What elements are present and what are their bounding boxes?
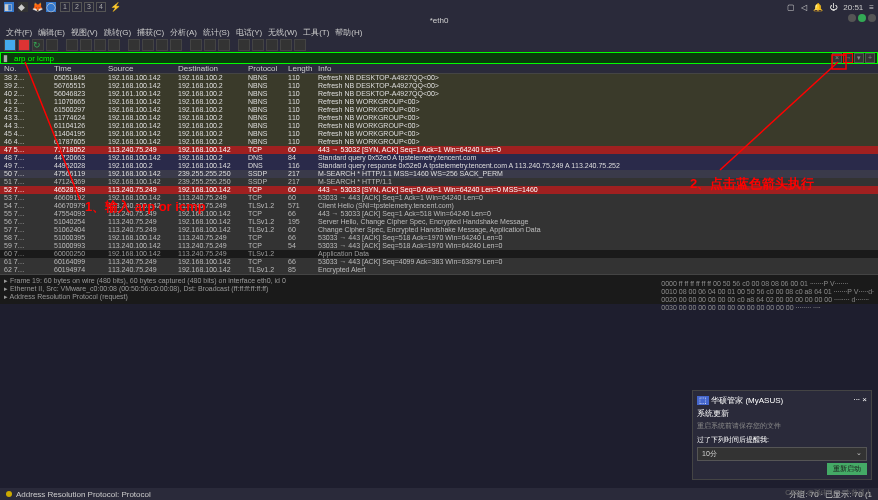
menu-edit[interactable]: 编辑(E): [36, 27, 67, 38]
volume-icon[interactable]: ◁: [801, 3, 807, 12]
filter-apply-icon[interactable]: →: [843, 53, 853, 63]
restart-capture-icon[interactable]: ↻: [32, 39, 44, 51]
packet-row[interactable]: 56 7…51040254113.240.75.249192.168.100.1…: [0, 218, 878, 226]
packet-row[interactable]: 51 7…47124369192.168.100.142239.255.255.…: [0, 178, 878, 186]
packet-row[interactable]: 40 2…56046823192.161.100.142192.168.100.…: [0, 90, 878, 98]
packet-row[interactable]: 41 2…11070665192.168.100.142192.168.100.…: [0, 98, 878, 106]
menu-capture[interactable]: 捕获(C): [135, 27, 166, 38]
filter-clear-icon[interactable]: ×: [832, 53, 842, 63]
hex-line: 0020 00 00 00 00 00 00 c0 a8 64 02 00 00…: [661, 296, 874, 304]
packet-row[interactable]: 45 4…11404195192.168.100.142192.168.100.…: [0, 130, 878, 138]
packet-row[interactable]: 52 7…46528789113.240.75.249192.168.100.1…: [0, 186, 878, 194]
packet-row[interactable]: 39 2…56765515192.168.100.142192.168.100.…: [0, 82, 878, 90]
popup-remind-select[interactable]: 10分 ⌄: [697, 447, 867, 461]
menu-file[interactable]: 文件(F): [4, 27, 34, 38]
close-file-icon[interactable]: [94, 39, 106, 51]
reload-icon[interactable]: [108, 39, 120, 51]
packet-row[interactable]: 44 3…61104126192.168.100.142192.168.100.…: [0, 122, 878, 130]
menu-stats[interactable]: 统计(S): [201, 27, 232, 38]
packet-list[interactable]: 38 2…05051845192.168.100.142192.168.100.…: [0, 74, 878, 274]
packet-row[interactable]: 55 7…47554093113.240.75.249192.168.100.1…: [0, 210, 878, 218]
packet-row[interactable]: 42 3…61500297192.168.100.142192.168.100.…: [0, 106, 878, 114]
zoom-reset-icon[interactable]: [280, 39, 292, 51]
status-indicator-icon: [6, 491, 12, 497]
close-button[interactable]: [868, 14, 876, 22]
desktop-3[interactable]: 3: [84, 2, 94, 12]
first-icon[interactable]: [190, 39, 202, 51]
col-no[interactable]: No.: [0, 64, 54, 73]
os-taskbar: ◧ ◆ 🦊 ◯ 1 2 3 4 ⚡ ▢ ◁ 🔔 ⏻ 20:51 ≡: [0, 0, 878, 14]
resize-cols-icon[interactable]: [294, 39, 306, 51]
app-icon-1[interactable]: ◧: [4, 2, 14, 12]
maximize-button[interactable]: [858, 14, 866, 22]
packet-row[interactable]: 47 5…71718052113.240.75.249192.168.100.1…: [0, 146, 878, 154]
find-icon[interactable]: [128, 39, 140, 51]
zoom-in-icon[interactable]: [252, 39, 264, 51]
goto-icon[interactable]: [170, 39, 182, 51]
packet-row[interactable]: 60 7…60000250192.168.100.142113.240.75.2…: [0, 250, 878, 258]
wireshark-task-icon[interactable]: ⚡: [110, 2, 120, 12]
popup-close-icon[interactable]: ×: [862, 395, 867, 404]
display-filter-input[interactable]: [10, 54, 832, 63]
col-info[interactable]: Info: [318, 64, 878, 73]
packet-row[interactable]: 59 7…51000993113.240.100.142113.240.75.2…: [0, 242, 878, 250]
start-capture-icon[interactable]: [4, 39, 16, 51]
filter-add-icon[interactable]: +: [865, 53, 875, 63]
popup-app-name: 华硕管家 (MyASUS): [711, 396, 783, 405]
packet-row[interactable]: 57 7…51062404113.240.75.249192.168.100.1…: [0, 226, 878, 234]
popup-more-icon[interactable]: ···: [853, 395, 860, 404]
menu-telephony[interactable]: 电话(Y): [234, 27, 265, 38]
hex-pane[interactable]: 0000 ff ff ff ff ff ff 00 50 56 c0 00 08…: [661, 280, 874, 312]
autoscroll-icon[interactable]: [218, 39, 230, 51]
prev-icon[interactable]: [142, 39, 154, 51]
col-protocol[interactable]: Protocol: [248, 64, 288, 73]
tray-icon[interactable]: ▢: [787, 3, 795, 12]
packet-row[interactable]: 50 7…47566119192.168.100.142239.255.255.…: [0, 170, 878, 178]
restart-button[interactable]: 重新启动: [827, 463, 867, 475]
packet-row[interactable]: 62 7…60194974113.240.75.249192.168.100.1…: [0, 266, 878, 274]
packet-headers: No. Time Source Destination Protocol Len…: [0, 64, 878, 74]
watermark: CSDN @孫中山 一个普通人: [785, 488, 872, 498]
menu-wireless[interactable]: 无线(W): [266, 27, 299, 38]
colorize-icon[interactable]: [238, 39, 250, 51]
save-icon[interactable]: [80, 39, 92, 51]
col-source[interactable]: Source: [108, 64, 178, 73]
myasus-popup: ⬚ 华硕管家 (MyASUS) ··· × 系统更新 重启系统前请保存您的文件 …: [692, 390, 872, 480]
zoom-out-icon[interactable]: [266, 39, 278, 51]
packet-row[interactable]: 38 2…05051845192.168.100.142192.168.100.…: [0, 74, 878, 82]
app-icon-4[interactable]: ◯: [46, 2, 56, 12]
col-time[interactable]: Time: [54, 64, 108, 73]
packet-row[interactable]: 49 7…44952028192.168.100.2192.168.100.14…: [0, 162, 878, 170]
desktop-1[interactable]: 1: [60, 2, 70, 12]
app-icon-2[interactable]: ◆: [18, 2, 28, 12]
filter-bar: ▮ × → ▾ +: [0, 52, 878, 64]
stop-capture-icon[interactable]: [18, 39, 30, 51]
desktop-4[interactable]: 4: [96, 2, 106, 12]
packet-row[interactable]: 46 4…61787605192.168.100.142192.168.100.…: [0, 138, 878, 146]
col-destination[interactable]: Destination: [178, 64, 248, 73]
notification-icon[interactable]: 🔔: [813, 3, 823, 12]
packet-row[interactable]: 53 7…46609192192.168.100.142113.240.75.2…: [0, 194, 878, 202]
last-icon[interactable]: [204, 39, 216, 51]
menu-analyze[interactable]: 分析(A): [168, 27, 199, 38]
app-icon-3[interactable]: 🦊: [32, 2, 42, 12]
next-icon[interactable]: [156, 39, 168, 51]
menu-help[interactable]: 帮助(H): [333, 27, 364, 38]
packet-row[interactable]: 48 7…44720663192.168.100.142192.168.100.…: [0, 154, 878, 162]
packet-row[interactable]: 43 3…11774624192.168.100.142192.168.100.…: [0, 114, 878, 122]
packet-row[interactable]: 61 7…60164099113.240.75.249192.168.100.1…: [0, 258, 878, 266]
menu-view[interactable]: 视图(V): [69, 27, 100, 38]
power-icon[interactable]: ⏻: [829, 3, 837, 12]
minimize-button[interactable]: [848, 14, 856, 22]
menu-tools[interactable]: 工具(T): [301, 27, 331, 38]
menu-go[interactable]: 跳转(G): [102, 27, 134, 38]
packet-row[interactable]: 58 7…51000395192.168.100.142113.240.75.2…: [0, 234, 878, 242]
open-icon[interactable]: [66, 39, 78, 51]
packet-row[interactable]: 54 7…46670979113.240.100.142113.240.75.2…: [0, 202, 878, 210]
col-length[interactable]: Length: [288, 64, 318, 73]
desktop-2[interactable]: 2: [72, 2, 82, 12]
options-icon[interactable]: [46, 39, 58, 51]
filter-bookmark-icon[interactable]: ▮: [1, 53, 10, 63]
menu-icon[interactable]: ≡: [869, 3, 874, 12]
filter-dropdown-icon[interactable]: ▾: [854, 53, 864, 63]
